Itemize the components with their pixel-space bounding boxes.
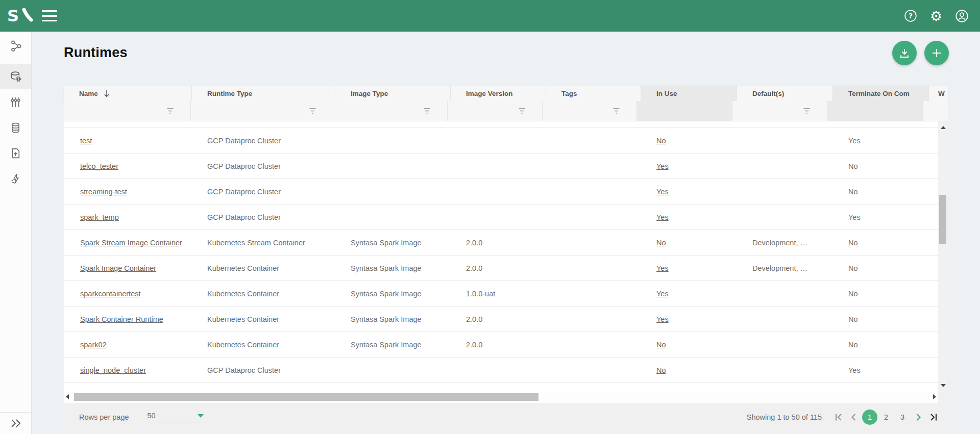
column-header-runtime-type[interactable]: Runtime Type: [192, 86, 335, 101]
runtime-name-link[interactable]: Spark Image Container: [80, 264, 156, 272]
runtime-name-link[interactable]: streaming-test: [80, 188, 127, 196]
runtime-name-link[interactable]: Spark Container Runtime: [80, 315, 163, 323]
table-row[interactable]: streaming-test GCP Dataproc Cluster Yes …: [64, 179, 938, 205]
plus-icon: [930, 47, 943, 59]
runtime-name-link[interactable]: sparkcontainertest: [80, 290, 140, 298]
cell-runtime-type: GCP Dataproc Cluster: [192, 162, 335, 170]
in-use-link[interactable]: Yes: [656, 315, 669, 323]
in-use-link[interactable]: Yes: [656, 162, 669, 170]
table-row[interactable]: spark_temp GCP Dataproc Cluster Yes Yes: [64, 205, 938, 230]
in-use-link[interactable]: No: [656, 341, 666, 349]
last-page-button[interactable]: [926, 410, 941, 425]
column-header-truncated[interactable]: W: [929, 86, 948, 101]
column-header-name[interactable]: Name: [64, 86, 192, 101]
cell-image-version: 2.0.0: [451, 341, 546, 349]
runtime-name-link[interactable]: telco_tester: [80, 162, 118, 170]
first-page-button[interactable]: [831, 410, 846, 425]
syntasa-logo[interactable]: S: [7, 6, 34, 26]
column-header-terminate[interactable]: Terminate On Com: [833, 86, 929, 101]
table-row[interactable]: sparkcontainertest Kubernetes Container …: [64, 281, 938, 307]
runtime-name-link[interactable]: spark_temp: [80, 213, 119, 221]
runtime-name-link[interactable]: single_node_cluster: [80, 366, 146, 374]
sidebar-item-file-upload[interactable]: [0, 140, 31, 166]
scroll-right-arrow-icon[interactable]: [933, 394, 936, 399]
cell-image-version: 1.0.0-uat: [451, 290, 546, 298]
vertical-scrollbar-thumb[interactable]: [939, 195, 946, 244]
column-header-image-type[interactable]: Image Type: [335, 86, 451, 101]
previous-page-button[interactable]: [846, 410, 862, 425]
runtime-name-link[interactable]: Spark Stream Image Container: [80, 239, 182, 247]
help-icon[interactable]: ?: [903, 9, 918, 23]
cell-runtime-type: GCP Dataproc Cluster: [192, 366, 335, 374]
sidebar-item-workflows[interactable]: [0, 32, 31, 60]
top-app-bar: S ? ⚙: [0, 0, 980, 32]
scroll-left-arrow-icon[interactable]: [66, 394, 69, 399]
table-row[interactable]: Spark Image Container Kubernetes Contain…: [64, 256, 938, 281]
rows-per-page-label: Rows per page: [79, 413, 129, 421]
in-use-link[interactable]: Yes: [656, 188, 669, 196]
sidebar-item-parameters[interactable]: [0, 89, 31, 115]
column-header-in-use[interactable]: In Use: [641, 86, 737, 101]
gear-icon[interactable]: ⚙: [929, 9, 943, 23]
add-runtime-button[interactable]: [924, 41, 949, 65]
scroll-up-arrow-icon[interactable]: [941, 126, 946, 129]
sidebar-expand-button[interactable]: [0, 412, 31, 434]
rows-per-page-select[interactable]: 50: [148, 412, 207, 422]
table-row[interactable]: telco_tester GCP Dataproc Cluster Yes No: [64, 154, 938, 179]
filter-icon[interactable]: [423, 108, 431, 114]
hamburger-icon[interactable]: [42, 10, 57, 21]
cell-runtime-type: Kubernetes Container: [192, 264, 335, 272]
filter-icon[interactable]: [518, 108, 526, 114]
table-row[interactable]: single_node_cluster GCP Dataproc Cluster…: [64, 358, 938, 383]
horizontal-scrollbar[interactable]: [64, 392, 938, 403]
select-caret-icon: [198, 414, 204, 418]
filter-icon[interactable]: [612, 108, 620, 114]
in-use-link[interactable]: Yes: [656, 264, 669, 272]
cell-runtime-type: GCP Dataproc Cluster: [192, 188, 335, 196]
cell-image-type: Syntasa Spark Image: [335, 239, 451, 247]
filter-icon[interactable]: [166, 108, 174, 114]
cell-terminate: No: [833, 290, 929, 298]
in-use-link[interactable]: No: [656, 366, 666, 374]
in-use-link[interactable]: Yes: [656, 290, 669, 298]
horizontal-scrollbar-thumb[interactable]: [74, 393, 538, 401]
filter-icon[interactable]: [803, 108, 811, 114]
in-use-link[interactable]: No: [656, 239, 666, 247]
left-sidebar: [0, 32, 32, 434]
sidebar-item-runtimes[interactable]: [0, 64, 31, 89]
column-header-image-version[interactable]: Image Version: [451, 86, 546, 101]
sidebar-item-jobs[interactable]: [0, 166, 31, 191]
scroll-down-arrow-icon[interactable]: [941, 384, 946, 387]
sidebar-item-datasets[interactable]: [0, 115, 31, 140]
column-header-tags[interactable]: Tags: [546, 86, 641, 101]
cell-defaults: Development, …: [737, 264, 833, 272]
account-icon[interactable]: [954, 9, 969, 23]
cell-image-version: 2.0.0: [451, 264, 546, 272]
in-use-link[interactable]: No: [656, 137, 666, 145]
cell-runtime-type: Kubernetes Container: [192, 341, 335, 349]
page-number-3[interactable]: 3: [895, 410, 910, 425]
sliders-icon: [9, 96, 22, 109]
table-footer: Rows per page 50 Showing 1 to 50 of 115 …: [64, 403, 948, 431]
runtime-name-link[interactable]: spark02: [80, 341, 107, 349]
table-row[interactable]: Spark Container Runtime Kubernetes Conta…: [64, 307, 938, 332]
page-number-2[interactable]: 2: [878, 410, 894, 425]
vertical-scrollbar[interactable]: [938, 121, 947, 392]
runtime-name-link[interactable]: test: [80, 137, 92, 145]
chevron-right-icon: [913, 412, 923, 422]
table-row[interactable]: test GCP Dataproc Cluster No Yes: [64, 128, 938, 154]
rows-per-page-value: 50: [148, 412, 156, 420]
page-number-1[interactable]: 1: [862, 410, 877, 425]
table-body: test GCP Dataproc Cluster No Yes telco_t…: [64, 121, 938, 392]
next-page-button[interactable]: [911, 410, 926, 425]
in-use-link[interactable]: Yes: [656, 213, 669, 221]
runtimes-table: Name Runtime Type Image Type Image Versi…: [64, 86, 948, 431]
last-page-icon: [928, 412, 939, 422]
table-row[interactable]: Spark Stream Image Container Kubernetes …: [64, 230, 938, 256]
chevron-left-icon: [849, 412, 859, 422]
download-runtimes-button[interactable]: [892, 41, 917, 65]
filter-icon[interactable]: [309, 108, 316, 114]
page-title: Runtimes: [64, 45, 128, 61]
table-row[interactable]: spark02 Kubernetes Container Syntasa Spa…: [64, 332, 938, 358]
column-header-defaults[interactable]: Default(s): [737, 86, 833, 101]
